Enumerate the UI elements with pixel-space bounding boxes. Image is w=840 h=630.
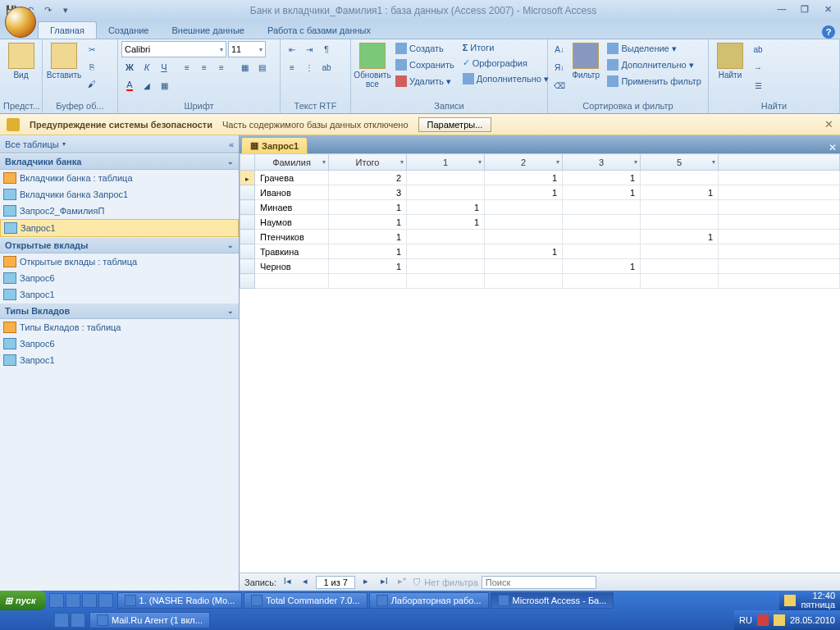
nav-item[interactable]: Типы Вкладов : таблица <box>0 319 239 336</box>
column-header[interactable]: Фамилия▾ <box>255 154 329 171</box>
spelling-button[interactable]: ✓Орфография <box>459 56 552 70</box>
tray-icon[interactable] <box>757 614 769 626</box>
indent-decrease-icon[interactable]: ⇤ <box>284 41 300 57</box>
cell[interactable] <box>485 215 563 230</box>
gridlines-icon[interactable]: ▦ <box>236 59 253 75</box>
datasheet[interactable]: Фамилия▾Итого▾1▾2▾3▾5▾Грачева211Иванов31… <box>240 153 840 573</box>
quicklaunch-icon[interactable] <box>82 593 97 608</box>
cell[interactable]: 1 <box>485 185 563 200</box>
cell[interactable] <box>407 185 485 200</box>
nav-item[interactable]: Запрос1 <box>0 219 239 237</box>
taskbar-button[interactable]: Microsoft Access - Ба... <box>491 592 614 609</box>
cell[interactable]: 2 <box>329 171 407 185</box>
minimize-button[interactable]: — <box>773 4 791 17</box>
table-row[interactable]: Травкина11 <box>240 244 840 259</box>
cell[interactable] <box>407 244 485 259</box>
cell[interactable]: 1 <box>641 185 719 200</box>
replace-icon[interactable]: ab <box>750 41 766 57</box>
tray-icon[interactable] <box>774 614 785 626</box>
nav-group-header[interactable]: Вкладчики банка⌄ <box>0 153 239 170</box>
cell[interactable] <box>641 171 719 185</box>
cell[interactable] <box>563 244 641 259</box>
cell[interactable]: Наумов <box>255 215 329 230</box>
tray-lang[interactable]: RU <box>739 615 752 625</box>
fill-color-icon[interactable]: ◢ <box>139 77 155 94</box>
recnav-last-icon[interactable]: ▸I <box>377 576 391 589</box>
taskbar-button[interactable]: Mail.Ru Агент (1 вкл... <box>89 612 210 628</box>
totals-button[interactable]: ΣИтоги <box>459 41 552 54</box>
quicklaunch-icon[interactable] <box>54 613 69 628</box>
cell[interactable]: 1 <box>329 215 407 230</box>
select-icon[interactable]: ☰ <box>750 77 766 94</box>
sort-asc-icon[interactable]: A↓ <box>551 41 568 57</box>
nav-item[interactable]: Запрос6 <box>0 270 239 286</box>
quicklaunch-icon[interactable] <box>71 613 85 628</box>
recnav-search-input[interactable] <box>482 576 596 589</box>
close-button[interactable]: ✕ <box>819 4 837 17</box>
row-selector[interactable] <box>240 244 255 259</box>
cell[interactable] <box>641 200 719 215</box>
bullets-icon[interactable]: ⋮ <box>301 59 317 75</box>
row-selector[interactable] <box>240 215 255 230</box>
find-button[interactable]: Найти <box>712 41 748 81</box>
new-record-button[interactable]: Создать <box>392 41 458 56</box>
cell[interactable]: Травкина <box>255 244 329 259</box>
selection-button[interactable]: Выделение ▾ <box>604 41 705 56</box>
align-right-icon[interactable]: ≡ <box>213 59 230 75</box>
tab-home[interactable]: Главная <box>38 21 97 39</box>
highlight-icon[interactable]: ab <box>318 59 335 75</box>
delete-record-button[interactable]: Удалить ▾ <box>392 74 458 89</box>
copy-icon[interactable]: ⎘ <box>84 58 100 75</box>
table-row[interactable]: Птенчиков11 <box>240 230 840 244</box>
cell[interactable]: 3 <box>329 185 407 200</box>
cell[interactable]: Птенчиков <box>255 230 329 244</box>
sort-desc-icon[interactable]: Я↓ <box>551 59 568 75</box>
cell[interactable]: 1 <box>563 171 641 185</box>
table-row[interactable]: Минаев11 <box>240 200 840 215</box>
refresh-button[interactable]: Обновить все <box>354 41 390 90</box>
cell[interactable] <box>641 244 719 259</box>
cell[interactable] <box>641 215 719 230</box>
filter-button[interactable]: Фильтр <box>569 41 602 81</box>
security-options-button[interactable]: Параметры... <box>418 117 492 132</box>
taskbar-button[interactable]: 1. (NASHE Radio (Mo... <box>117 592 243 609</box>
clear-sort-icon[interactable]: ⌫ <box>551 77 568 94</box>
font-color-icon[interactable]: A <box>121 77 138 94</box>
document-tab-query[interactable]: ▦ Запрос1 <box>241 137 308 153</box>
advanced-filter-button[interactable]: Дополнительно ▾ <box>604 57 705 72</box>
document-close-icon[interactable]: ✕ <box>829 142 837 153</box>
select-all-cell[interactable] <box>240 154 255 171</box>
cell[interactable]: 1 <box>407 200 485 215</box>
nav-group-header[interactable]: Типы Вкладов⌄ <box>0 303 239 319</box>
row-selector[interactable] <box>240 185 255 200</box>
font-combo[interactable]: Calibri▾ <box>121 41 226 57</box>
cell[interactable] <box>563 200 641 215</box>
column-header[interactable]: 3▾ <box>563 154 641 171</box>
tray-icon[interactable] <box>784 595 796 606</box>
tab-create[interactable]: Создание <box>97 22 161 39</box>
underline-icon[interactable]: Ч <box>156 59 172 75</box>
cell[interactable] <box>485 259 563 274</box>
cell[interactable]: 1 <box>563 259 641 274</box>
tab-dbtools[interactable]: Работа с базами данных <box>256 22 382 39</box>
row-selector[interactable] <box>240 171 255 185</box>
cell[interactable]: 1 <box>329 259 407 274</box>
font-size-combo[interactable]: 11▾ <box>228 41 266 57</box>
taskbar-button[interactable]: Total Commander 7.0... <box>244 592 367 609</box>
nav-item[interactable]: Вкладчики банка Запрос1 <box>0 186 239 203</box>
restore-button[interactable]: ❐ <box>796 4 814 17</box>
align-left-icon[interactable]: ≡ <box>179 59 195 75</box>
cell[interactable]: 1 <box>485 244 563 259</box>
table-row[interactable]: Грачева211 <box>240 171 840 185</box>
cut-icon[interactable]: ✂ <box>84 41 100 57</box>
grid-color-icon[interactable]: ▦ <box>156 77 172 94</box>
nav-item[interactable]: Вкладчики банка : таблица <box>0 170 239 186</box>
tab-external[interactable]: Внешние данные <box>161 22 256 39</box>
help-icon[interactable]: ? <box>822 25 835 39</box>
recnav-next-icon[interactable]: ▸ <box>358 576 373 589</box>
row-selector[interactable] <box>240 230 255 244</box>
nav-item[interactable]: Запрос1 <box>0 352 239 368</box>
cell[interactable] <box>485 200 563 215</box>
cell[interactable]: 1 <box>329 244 407 259</box>
nav-collapse-icon[interactable]: « <box>229 139 234 149</box>
